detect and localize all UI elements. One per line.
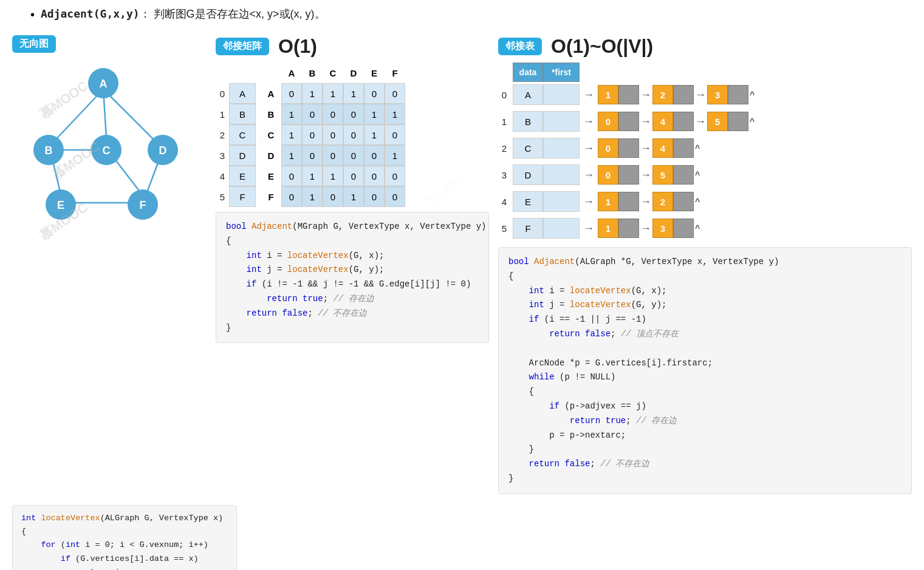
matrix-cell-0-2: 1 <box>323 83 343 104</box>
node-val-0-1: 1 <box>598 85 618 104</box>
matrix-val-row-1: B100011 <box>261 104 405 124</box>
adj-node-arrow-0-1: → <box>640 89 651 101</box>
matrix-cell-5-4: 0 <box>364 186 385 207</box>
adj-list-complexity: O(1)~O(|V|) <box>551 35 653 58</box>
adj-arrow-2: → <box>583 142 594 155</box>
matrix-cell-3-0: 1 <box>281 145 302 166</box>
adj-first-4 <box>543 191 580 212</box>
matrix-cell-4-1: 1 <box>302 166 323 186</box>
matrix-row-5: 5 F <box>216 186 256 207</box>
node-next-3-5 <box>673 165 694 185</box>
node-next-4-1 <box>618 192 639 211</box>
matrix-corner <box>261 63 281 83</box>
node-val-4-2: 2 <box>652 192 673 211</box>
node-val-3-5: 5 <box>652 165 673 185</box>
adj-arrow-4: → <box>583 195 594 208</box>
col-F: F <box>385 63 405 83</box>
adj-node-4-1: 1 <box>598 192 639 211</box>
matrix-right: A B C D E F A011100B100011C100010D100001… <box>261 63 405 207</box>
node-next-2-4 <box>673 138 694 158</box>
matrix-cell-2-5: 0 <box>385 124 405 145</box>
adj-list-row-4: 4 E → 1 → 2 ^ <box>498 191 912 212</box>
middle-upper: 邻接矩阵 O(1) 0 A 1 B <box>216 35 489 343</box>
adj-node-5-1: 1 <box>598 219 639 238</box>
node-next-1-4 <box>673 112 694 131</box>
matrix-cell-4-0: 0 <box>281 166 302 186</box>
matrix-cell-4-4: 0 <box>364 166 385 186</box>
matrix-cell-5-5: 0 <box>385 186 405 207</box>
matrix-row-label-3: D <box>261 145 281 166</box>
adj-node-5-3: 3 <box>652 219 694 238</box>
matrix-cell-0-1: 1 <box>302 83 323 104</box>
matrix-row-label-5: F <box>261 186 281 207</box>
matrix-code-block: bool Adjacent(MGraph G, VertexType x, Ve… <box>216 212 489 343</box>
adj-node-0-1: 1 <box>598 85 639 104</box>
upper-row: 无向图 A B <box>12 35 912 494</box>
left-lower: int locateVertex(ALGraph G, VertexType x… <box>12 499 237 570</box>
adj-node-arrow-0-2: → <box>695 89 706 101</box>
matrix-idx-5: 5 <box>216 192 229 202</box>
node-val-5-1: 1 <box>598 219 618 238</box>
adj-node-0-3: 3 <box>707 85 748 104</box>
adj-header-data: data <box>513 63 543 82</box>
matrix-data-4: E <box>229 166 256 186</box>
matrix-idx-2: 2 <box>216 130 229 140</box>
top-bullet: • Adjacent(G,x,y)： 判断图G是否存在边<x, y>或(x, y… <box>12 6 912 23</box>
node-next-5-1 <box>618 219 639 238</box>
matrix-val-row-2: C100010 <box>261 124 405 145</box>
col-C: C <box>323 63 343 83</box>
matrix-row-4: 4 E <box>216 166 256 186</box>
adj-node-2-4: 4 <box>652 138 694 158</box>
node-val-1-5: 5 <box>707 112 728 131</box>
matrix-left-cols: 0 A 1 B 2 C 3 D <box>216 63 256 207</box>
adj-node-arrow-3-0: → <box>640 169 651 182</box>
adj-null-5: ^ <box>695 223 700 233</box>
undirected-graph-tag: 无向图 <box>12 35 56 53</box>
matrix-cell-4-3: 0 <box>343 166 364 186</box>
matrix-col-headers: A B C D E F <box>261 63 405 83</box>
matrix-idx-4: 4 <box>216 171 229 182</box>
adj-data-4: E <box>513 191 543 212</box>
matrix-data-1: B <box>229 104 256 124</box>
matrix-cell-5-1: 1 <box>302 186 323 207</box>
adj-null-0: ^ <box>750 90 755 100</box>
adj-null-1: ^ <box>750 117 755 126</box>
adj-data-5: F <box>513 218 543 239</box>
matrix-cell-3-2: 0 <box>323 145 343 166</box>
adj-node-arrow-1-4: → <box>695 115 706 128</box>
adj-base-3: D <box>513 165 580 185</box>
matrix-cell-0-0: 0 <box>281 83 302 104</box>
adj-node-4-2: 2 <box>652 192 694 211</box>
adj-row-idx-5: 5 <box>498 223 510 234</box>
matrix-val-row-3: D100001 <box>261 145 405 166</box>
adj-row-idx-2: 2 <box>498 143 510 154</box>
node-next-3-0 <box>618 165 639 185</box>
adj-list-row-2: 2 C → 0 → 4 ^ <box>498 138 912 158</box>
matrix-cell-1-1: 0 <box>302 104 323 124</box>
matrix-cell-3-3: 0 <box>343 145 364 166</box>
adj-base-0: A <box>513 84 580 105</box>
matrix-row-1: 1 B <box>216 104 256 124</box>
matrix-idx-3: 3 <box>216 151 229 161</box>
matrix-cell-3-1: 0 <box>302 145 323 166</box>
node-val-1-4: 4 <box>652 112 673 131</box>
matrix-cell-2-0: 1 <box>281 124 302 145</box>
matrix-cell-1-4: 1 <box>364 104 385 124</box>
matrix-row-label-2: C <box>261 124 281 145</box>
left-upper: 无向图 A B <box>12 35 207 226</box>
matrix-rows-container: A011100B100011C100010D100001E011000F0101… <box>261 83 405 207</box>
node-val-0-3: 3 <box>707 85 728 104</box>
matrix-layout: 0 A 1 B 2 C 3 D <box>216 63 489 207</box>
node-next-1-5 <box>728 112 748 131</box>
adj-row-idx-4: 4 <box>498 197 510 207</box>
adj-node-arrow-5-1: → <box>640 222 651 235</box>
matrix-data-2: C <box>229 124 256 145</box>
node-next-0-2 <box>673 85 694 104</box>
bullet-dot: • <box>30 6 35 23</box>
adj-first-0 <box>543 84 580 105</box>
adj-base-2: C <box>513 138 580 158</box>
locate-vertex-code: int locateVertex(ALGraph G, VertexType x… <box>12 505 237 570</box>
matrix-val-row-4: E011000 <box>261 166 405 186</box>
adj-first-5 <box>543 218 580 239</box>
node-next-2-0 <box>618 138 639 158</box>
